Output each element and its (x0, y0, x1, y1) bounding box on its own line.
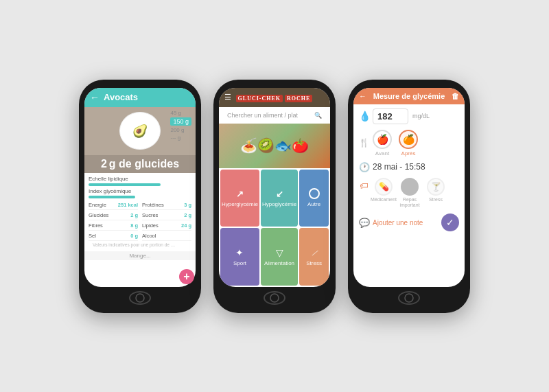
datetime-text: 28 mai - 15:58 (373, 162, 425, 172)
nutrient-glucides: Glucides2 g (89, 211, 138, 220)
screen3-header: ← Mesure de glycémie 🗑 (353, 88, 465, 104)
screen-glucichek: ☰ Gluci-ChekRoche Chercher un aliment / … (219, 88, 330, 287)
back-arrow-icon[interactable]: ← (359, 92, 366, 100)
hypoglycemie-label: Hypoglycémie (262, 201, 296, 207)
scale-glycemique: Index glycémique (89, 188, 191, 194)
screen3-body: 💧 182 mg/dL 🍴 🍎 Avant 🍊 Après (353, 104, 465, 236)
glucose-value[interactable]: 182 (373, 108, 408, 124)
event-grid: ↗ Hyperglycémie ↙ Hypoglycémie Autre ✦ S… (219, 168, 330, 287)
back-arrow-icon[interactable]: ← (90, 92, 100, 103)
meal-options: 🍎 Avant 🍊 Après (373, 130, 418, 157)
food-plate (119, 112, 161, 150)
phone2-home-button[interactable] (264, 291, 285, 305)
alimentation-button[interactable]: ▽ Alimentation (261, 228, 298, 286)
repas-icon (401, 178, 419, 196)
hypoglycemie-icon: ↙ (276, 189, 283, 199)
scale-lipidique: Echelle lipidique (89, 176, 191, 182)
add-button[interactable]: + (179, 269, 194, 284)
datetime-row: 🕐 28 mai - 15:58 (359, 162, 459, 172)
medicament-label: Médicament (371, 197, 397, 203)
apres-option[interactable]: 🍊 Après (399, 130, 418, 157)
weight-selected[interactable]: 150 g (170, 117, 191, 126)
weight-option[interactable]: --- g (170, 135, 191, 141)
comment-icon: 💬 (359, 218, 369, 228)
screen-glycemie: ← Mesure de glycémie 🗑 💧 182 mg/dL 🍴 (353, 88, 465, 287)
weight-option[interactable]: 200 g (170, 127, 191, 133)
autre-label: Autre (307, 201, 320, 207)
autre-icon (309, 188, 320, 199)
clock-icon: 🕐 (359, 162, 369, 172)
scale-glycemique-label: Index glycémique (89, 188, 131, 194)
medicament-category[interactable]: 💊 Médicament (373, 178, 395, 209)
category-icons: 💊 Médicament Repas important 🍸 Stress (373, 178, 447, 209)
phone-2: ☰ Gluci-ChekRoche Chercher un aliment / … (213, 80, 336, 313)
stress-category[interactable]: 🍸 Stress (425, 178, 447, 209)
hamburger-icon[interactable]: ☰ (224, 93, 231, 102)
nutrients-grid: Energie251 kcal Protéines3 g Glucides2 g… (89, 200, 191, 241)
stress-icon: ⟋ (309, 247, 319, 258)
glucichek-logo: Gluci-ChekRoche (234, 92, 313, 103)
food-image-area: 45 g 150 g 200 g --- g (84, 107, 196, 155)
sport-icon: ✦ (235, 247, 244, 258)
screen2-header: ☰ Gluci-ChekRoche (219, 88, 330, 107)
delete-icon[interactable]: 🗑 (452, 92, 459, 100)
scale-bar-lipi (89, 183, 161, 186)
glucides-bar: 2 g de glucides (84, 155, 196, 173)
food-image: 🍝🥝🐟🍅 (219, 124, 330, 168)
glucides-amount: 2 (101, 158, 107, 170)
glucose-unit: mg/dL (412, 113, 430, 119)
stress-cat-label: Stress (429, 197, 443, 203)
svg-point-2 (405, 294, 413, 302)
screen1-header: ← Avocats (84, 88, 196, 107)
svg-point-1 (270, 294, 279, 302)
note-label[interactable]: Ajouter une note (373, 219, 423, 227)
repas-category[interactable]: Repas important (399, 178, 421, 209)
utensils-icon: 🍴 (359, 138, 369, 148)
nutrient-fibres: Fibres8 g (89, 221, 138, 231)
stress-button[interactable]: ⟋ Stress (299, 228, 329, 286)
nutrient-lipides: Lipides24 g (142, 221, 191, 231)
alimentation-label: Alimentation (264, 260, 294, 266)
glucides-label: g de glucides (109, 158, 179, 170)
nutrient-sucres: Sucres2 g (142, 211, 191, 220)
screen1-footer: Mange... (84, 251, 196, 260)
autre-button[interactable]: Autre (299, 170, 329, 227)
stress-cat-icon: 🍸 (427, 178, 445, 196)
apres-icon: 🍊 (399, 130, 418, 149)
categories-row: 🏷 💊 Médicament Repas important 🍸 Str (359, 178, 459, 209)
weight-option[interactable]: 45 g (170, 110, 191, 116)
phone-1: ← Avocats 45 g 150 g 200 g --- g 2 g de … (79, 80, 201, 313)
roche-badge: Roche (285, 95, 312, 102)
screen1-title: Avocats (104, 92, 138, 102)
repas-label: Repas important (399, 197, 421, 209)
nutrient-sel: Sel0 g (89, 231, 138, 241)
medicament-icon: 💊 (375, 178, 393, 196)
phone3-home-button[interactable] (398, 291, 420, 305)
search-placeholder: Chercher un aliment / plat (227, 112, 298, 119)
avant-option[interactable]: 🍎 Avant (373, 130, 392, 157)
hyperglycemie-button[interactable]: ↗ Hyperglycémie (220, 170, 259, 227)
nutrient-energie: Energie251 kcal (89, 200, 138, 210)
glucose-row: 💧 182 mg/dL (359, 108, 459, 124)
food-image-content: 🍝🥝🐟🍅 (240, 137, 309, 154)
hyperglycemie-label: Hyperglycémie (222, 201, 258, 207)
nutrient-alcool: Alcool (142, 231, 191, 241)
scale-bar-glyc (89, 196, 135, 198)
screen-avocats: ← Avocats 45 g 150 g 200 g --- g 2 g de … (84, 88, 196, 287)
search-bar[interactable]: Chercher un aliment / plat 🔍 (223, 110, 326, 121)
droplet-icon: 💧 (359, 111, 369, 122)
phone-3: ← Mesure de glycémie 🗑 💧 182 mg/dL 🍴 (348, 80, 470, 313)
nutrient-proteines: Protéines3 g (142, 200, 191, 210)
nutrition-section: Echelle lipidique Index glycémique Energ… (84, 173, 196, 251)
hypoglycemie-button[interactable]: ↙ Hypoglycémie (261, 170, 298, 227)
confirm-button[interactable]: ✓ (441, 214, 459, 231)
note-row: 💬 Ajouter une note ✓ (359, 214, 459, 231)
stress-label: Stress (306, 260, 322, 266)
phone1-home-button[interactable] (129, 291, 151, 305)
search-icon[interactable]: 🔍 (314, 112, 322, 119)
meal-timing-row: 🍴 🍎 Avant 🍊 Après (359, 130, 459, 157)
scale-lipidique-label: Echelle lipidique (89, 176, 128, 182)
tag-icon: 🏷 (359, 181, 369, 191)
sport-button[interactable]: ✦ Sport (220, 228, 259, 286)
weight-labels: 45 g 150 g 200 g --- g (170, 110, 191, 141)
